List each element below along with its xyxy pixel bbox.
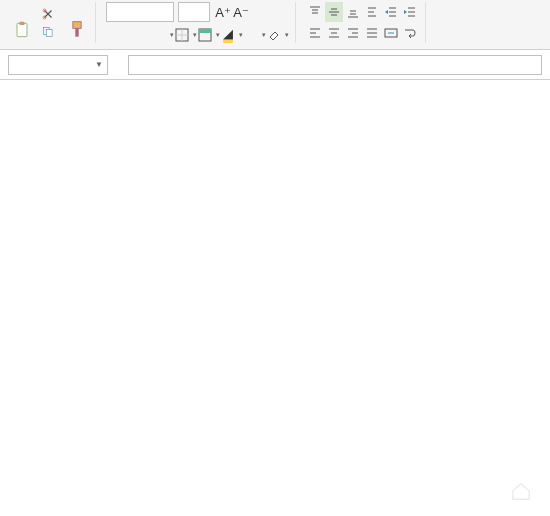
clear-format-button[interactable] — [267, 24, 289, 46]
svg-rect-5 — [46, 29, 52, 36]
paste-button[interactable] — [10, 20, 34, 40]
align-bottom-button[interactable] — [344, 2, 362, 22]
bold-button[interactable] — [106, 24, 128, 46]
ribbon: A⁺ A⁻ ◢ — [0, 0, 550, 50]
underline-button[interactable] — [152, 24, 174, 46]
copy-icon — [41, 25, 55, 39]
watermark — [508, 480, 540, 502]
cut-button[interactable] — [40, 6, 59, 22]
align-middle-button[interactable] — [325, 2, 343, 22]
border-icon — [175, 28, 189, 42]
cell-icon — [198, 28, 212, 42]
eraser-icon — [267, 28, 281, 42]
orientation-button[interactable] — [363, 2, 381, 22]
font-size-select[interactable] — [178, 2, 210, 22]
align-left-button[interactable] — [306, 23, 324, 43]
house-icon — [508, 480, 534, 502]
copy-button[interactable] — [40, 24, 59, 40]
align-top-button[interactable] — [306, 2, 324, 22]
font-group: A⁺ A⁻ ◢ — [100, 2, 296, 43]
indent-inc-button[interactable] — [401, 2, 419, 22]
svg-rect-1 — [20, 21, 25, 24]
cell-style-button[interactable] — [198, 24, 220, 46]
formula-input[interactable] — [128, 55, 542, 75]
svg-rect-0 — [17, 23, 27, 36]
chevron-down-icon: ▼ — [95, 60, 103, 69]
italic-button[interactable] — [129, 24, 151, 46]
scissors-icon — [41, 7, 55, 21]
wrap-button[interactable] — [401, 23, 419, 43]
align-group — [300, 2, 426, 43]
svg-rect-6 — [73, 21, 81, 28]
border-button[interactable] — [175, 24, 197, 46]
font-color-button[interactable] — [244, 24, 266, 46]
merge-button[interactable] — [382, 23, 400, 43]
format-painter-button[interactable] — [65, 20, 89, 40]
svg-rect-7 — [75, 28, 78, 36]
decrease-font-button[interactable]: A⁻ — [232, 2, 250, 22]
justify-button[interactable] — [363, 23, 381, 43]
indent-dec-button[interactable] — [382, 2, 400, 22]
increase-font-button[interactable]: A⁺ — [214, 2, 232, 22]
svg-rect-12 — [199, 29, 211, 33]
formula-bar: ▼ — [0, 50, 550, 80]
align-center-button[interactable] — [325, 23, 343, 43]
font-name-select[interactable] — [106, 2, 174, 22]
bucket-icon: ◢ — [223, 28, 233, 43]
fill-color-button[interactable]: ◢ — [221, 24, 243, 46]
clipboard-group — [4, 2, 96, 43]
brush-icon — [65, 20, 89, 40]
name-box[interactable]: ▼ — [8, 55, 108, 75]
align-right-button[interactable] — [344, 23, 362, 43]
